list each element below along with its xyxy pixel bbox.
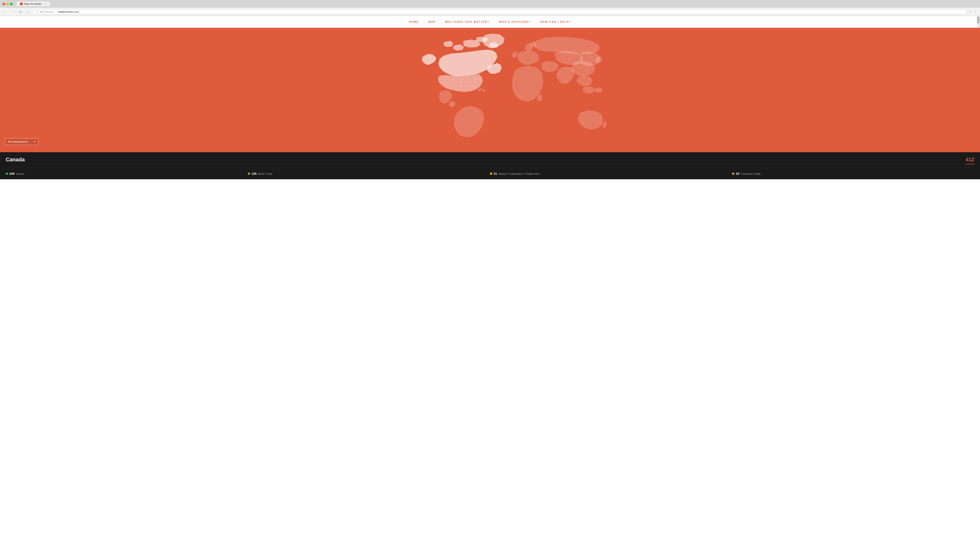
traffic-lights [2,3,13,5]
stats-count-group: 412 licences [966,156,974,165]
security-icon: ⓘ [36,10,38,13]
scrollbar-thumb [977,16,980,24]
fullscreen-window-button[interactable] [10,3,13,5]
nav-help[interactable]: HOW CAN I HELP? [540,20,571,23]
tab-close-button[interactable]: ✕ [45,3,47,5]
dropdown-arrow-icon: ▼ [34,141,36,143]
stat-dot-0 [6,172,8,175]
stat-number-1: 126 [251,172,257,175]
minimize-window-button[interactable] [6,3,9,5]
stat-label-1: Bank / Trust [258,172,272,175]
stat-dot-1 [248,172,250,175]
browser-menu-button[interactable]: ⋮ [974,10,978,14]
stat-label-2: Mutual / Cooperative / Credit Union [498,172,539,175]
tab-title: Map the Banks [24,2,41,5]
nav-who[interactable]: WHO'S INVOLVED? [499,20,531,23]
stat-label-3: Consumer Credit [740,172,760,175]
refresh-button[interactable]: ↻ [18,9,24,14]
stat-label-0: Insurer [16,172,24,175]
tab-bar: Map the Banks ✕ [16,2,50,6]
stat-dot-2 [490,172,492,175]
bookmark-button[interactable]: ☆ [969,10,972,14]
browser-chrome: Map the Banks ✕ ← → ↻ ⌂ ⓘ Not Secure | m… [0,0,980,16]
stat-item-0: 246 Insurer [6,172,248,175]
address-bar[interactable]: ⓘ Not Secure | mapthebanks.com [33,9,967,14]
stats-count: 412 [966,156,974,163]
forward-button[interactable]: → [10,9,16,14]
classification-dropdown[interactable]: All classifications ▼ [5,138,38,145]
world-map[interactable]: All classifications ▼ [0,28,980,152]
nav-map[interactable]: MAP [428,20,436,23]
tab-favicon [20,2,23,5]
title-bar: Map the Banks ✕ [0,0,980,8]
nav-scrollbar[interactable] [977,16,980,27]
home-button[interactable]: ⌂ [25,9,31,14]
nav-why[interactable]: WHY DOES THIS MATTER? [445,20,490,23]
site-nav: HOME MAP WHY DOES THIS MATTER? WHO'S INV… [0,16,980,28]
nav-home[interactable]: HOME [409,20,419,23]
close-window-button[interactable] [2,3,5,5]
country-name: Canada [6,156,25,163]
stat-item-1: 126 Bank / Trust [248,172,490,175]
browser-toolbar: ← → ↻ ⌂ ⓘ Not Secure | mapthebanks.com ☆… [0,8,980,16]
stats-licences-label: licences [966,163,974,165]
url-separator: | [55,10,56,13]
stats-bar: Canada 412 licences 246 Insurer 126 Bank… [0,152,980,179]
stats-title-row: Canada 412 licences [6,156,974,168]
browser-tab[interactable]: Map the Banks ✕ [16,2,50,6]
stat-item-3: 19 Consumer Credit [732,172,974,175]
url-display: mapthebanks.com [58,10,79,13]
stats-items-row: 246 Insurer 126 Bank / Trust 21 Mutual /… [6,171,974,175]
stat-number-0: 246 [10,172,14,175]
stat-item-2: 21 Mutual / Cooperative / Credit Union [490,172,732,175]
dropdown-label: All classifications [8,140,28,143]
stat-number-3: 19 [736,172,739,175]
stat-number-2: 21 [493,172,497,175]
stat-dot-3 [732,172,734,175]
back-button[interactable]: ← [2,9,8,14]
classification-dropdown-wrapper: All classifications ▼ [5,138,38,145]
not-secure-label: Not Secure [40,10,53,13]
map-svg [0,28,980,152]
